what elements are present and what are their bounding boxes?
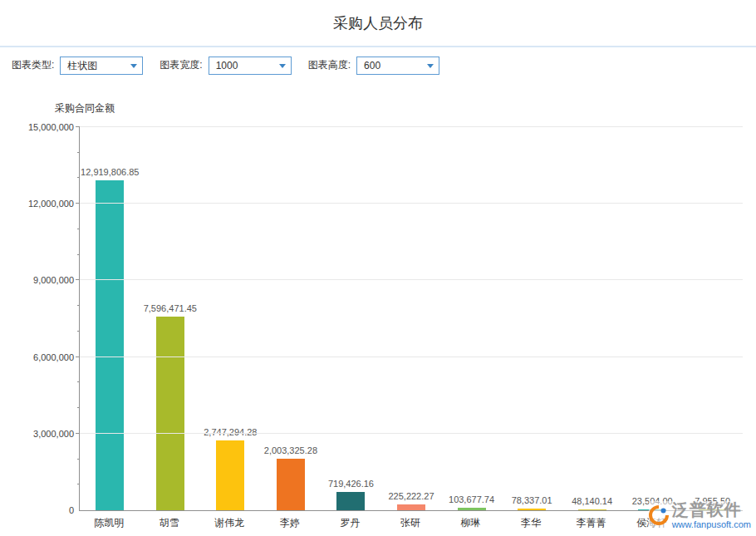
bar-slot: 23,504.00 <box>622 127 683 510</box>
bar-slot: 2,747,294.28 <box>200 127 261 510</box>
chart-width-select[interactable]: 1000 <box>209 57 292 75</box>
bar <box>458 508 486 510</box>
bar <box>96 180 124 510</box>
toolbar: 图表类型: 柱状图 图表宽度: 1000 图表高度: 600 <box>0 47 756 83</box>
plot-area: 12,919,806.857,596,471.452,747,294.282,0… <box>79 127 743 511</box>
bar-slot: 225,222.27 <box>381 127 442 510</box>
y-tick-label: 6,000,000 <box>33 352 74 362</box>
bar-value-label: 719,426.16 <box>328 479 374 489</box>
y-tick-mark <box>77 177 80 178</box>
bar <box>156 317 184 510</box>
chevron-down-icon <box>427 64 434 68</box>
watermark-text: 泛普软件 www.fanpusoft.com <box>672 501 751 529</box>
gridline <box>80 203 743 204</box>
bar <box>277 459 305 510</box>
watermark-url: www.fanpusoft.com <box>672 519 751 529</box>
x-tick-label: 胡雪 <box>140 516 200 530</box>
y-tick-mark <box>77 459 80 460</box>
bar <box>397 504 425 510</box>
bar <box>518 509 546 510</box>
y-tick-mark <box>77 152 80 153</box>
bar-slot: 7,955.50 <box>682 127 743 510</box>
y-tick-label: 9,000,000 <box>33 275 74 285</box>
y-tick-label: 3,000,000 <box>33 429 74 439</box>
chart-width-value: 1000 <box>216 60 238 71</box>
x-tick-label: 罗丹 <box>320 516 380 530</box>
bar-slot: 2,003,325.28 <box>261 127 322 510</box>
chart-height-select[interactable]: 600 <box>356 57 439 75</box>
y-tick-mark <box>77 254 80 255</box>
chart-type-select[interactable]: 柱状图 <box>60 57 143 75</box>
chart-height-label: 图表高度: <box>308 58 351 72</box>
chart-type-control: 图表类型: 柱状图 <box>12 57 143 75</box>
chevron-down-icon <box>130 64 137 68</box>
chart-width-control: 图表宽度: 1000 <box>160 57 291 75</box>
bars-container: 12,919,806.857,596,471.452,747,294.282,0… <box>80 127 743 510</box>
bar-value-label: 225,222.27 <box>388 491 434 501</box>
bar <box>336 492 365 510</box>
fanpu-logo-icon <box>649 505 669 525</box>
bar-slot: 12,919,806.85 <box>80 127 140 510</box>
y-axis-title: 采购合同金额 <box>55 101 115 116</box>
bar-slot: 103,677.74 <box>441 127 502 510</box>
y-tick-mark <box>76 357 80 357</box>
bar-slot: 719,426.16 <box>321 127 381 510</box>
bar-slot: 48,140.14 <box>562 127 622 510</box>
chart-width-label: 图表宽度: <box>160 58 202 72</box>
chart-height-value: 600 <box>364 60 380 71</box>
y-tick-label: 12,000,000 <box>28 199 74 209</box>
gridline <box>80 433 743 434</box>
watermark: 泛普软件 www.fanpusoft.com <box>649 501 751 529</box>
gridline <box>80 126 743 127</box>
x-tick-label: 陈凯明 <box>79 516 140 530</box>
y-tick-mark <box>77 331 80 332</box>
bar-value-label: 2,747,294.28 <box>204 427 257 437</box>
x-tick-label: 李华 <box>501 516 562 530</box>
gridline <box>80 279 743 280</box>
bar-slot: 7,596,471.45 <box>140 127 201 510</box>
bar <box>578 509 606 510</box>
chart-type-value: 柱状图 <box>67 60 97 71</box>
y-tick-mark <box>76 279 80 280</box>
y-tick-label: 15,000,000 <box>28 122 74 132</box>
bar-value-label: 12,919,806.85 <box>81 167 139 177</box>
bar-slot: 78,337.01 <box>502 127 562 510</box>
bar-value-label: 48,140.14 <box>572 496 612 506</box>
y-tick-mark <box>77 229 80 229</box>
bar-value-label: 78,337.01 <box>512 495 552 505</box>
page-title: 采购人员分布 <box>333 13 423 33</box>
app-window: 采购人员分布 图表类型: 柱状图 图表宽度: 1000 图表高度: 600 采购… <box>0 0 756 536</box>
x-tick-label: 张研 <box>380 516 441 530</box>
bar-value-label: 103,677.74 <box>449 494 494 504</box>
chart-height-control: 图表高度: 600 <box>308 57 439 75</box>
chart-type-label: 图表类型: <box>12 58 54 72</box>
y-tick-mark <box>76 203 80 204</box>
x-tick-label: 李菁菁 <box>561 516 621 530</box>
y-tick-mark <box>76 433 80 434</box>
x-axis-labels: 陈凯明胡雪谢伟龙李婷罗丹张研柳琳李华李菁菁侯海轩 <box>79 516 742 530</box>
x-tick-label: 柳琳 <box>440 516 501 530</box>
x-tick-label: 谢伟龙 <box>199 516 260 530</box>
y-tick-mark <box>77 484 80 484</box>
bar-value-label: 7,596,471.45 <box>144 303 197 313</box>
y-tick-mark <box>76 126 80 127</box>
watermark-brand: 泛普软件 <box>672 501 751 519</box>
chevron-down-icon <box>279 64 286 68</box>
y-tick-mark <box>77 407 80 408</box>
page-header: 采购人员分布 <box>0 0 756 47</box>
y-tick-mark <box>77 305 80 306</box>
x-tick-label: 李婷 <box>260 516 321 530</box>
bar-chart: 采购合同金额 12,919,806.857,596,471.452,747,29… <box>0 83 756 536</box>
bar <box>216 440 244 510</box>
y-tick-label: 0 <box>69 505 74 515</box>
gridline <box>80 357 743 357</box>
y-tick-mark <box>77 381 80 382</box>
bar-value-label: 2,003,325.28 <box>264 445 317 455</box>
